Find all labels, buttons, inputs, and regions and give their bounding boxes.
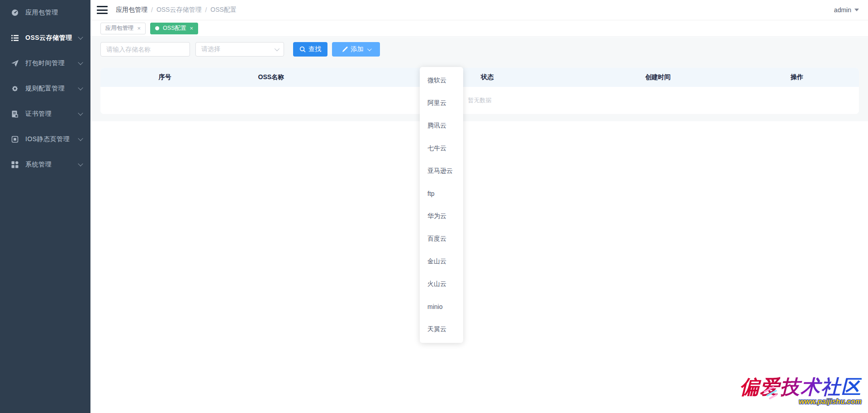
sidebar-item-oss-storage[interactable]: OSS云存储管理 (0, 25, 90, 51)
sidebar-item-label: 应用包管理 (25, 9, 82, 17)
app-root: 应用包管理 OSS云存储管理 打包时间管理 (0, 0, 868, 413)
top-navbar: 应用包管理 / OSS云存储管理 / OSS配置 admin (90, 0, 868, 20)
tab-app-package[interactable]: 应用包管理 × (100, 23, 146, 34)
sidebar-item-label: IOS静态页管理 (25, 135, 79, 143)
breadcrumb-item: OSS配置 (210, 6, 237, 14)
table-column-header: 创建时间 (525, 73, 791, 81)
table-column-header: 序号 (100, 73, 229, 81)
chevron-down-icon (78, 110, 83, 115)
dropdown-item[interactable]: ftp (420, 182, 463, 205)
chevron-down-icon (78, 136, 83, 141)
dropdown-item[interactable]: 华为云 (420, 205, 463, 228)
sidebar-item-label: 规则配置管理 (25, 85, 79, 93)
dropdown-item[interactable]: 微软云 (420, 69, 463, 92)
sidebar-item-certificate[interactable]: 证书管理 (0, 101, 90, 127)
dropdown-item[interactable]: minio (420, 295, 463, 318)
chevron-down-icon (275, 46, 280, 51)
list-icon (11, 34, 19, 42)
sidebar-item-pack-time[interactable]: 打包时间管理 (0, 51, 90, 76)
main-area: 应用包管理 / OSS云存储管理 / OSS配置 admin 应用包管理 × O… (90, 0, 868, 413)
add-dropdown-menu: 微软云阿里云腾讯云七牛云亚马逊云ftp华为云百度云金山云火山云minio天翼云 (420, 67, 463, 343)
sidebar-item-label: 系统管理 (25, 161, 79, 169)
user-menu[interactable]: admin (834, 6, 859, 14)
caret-down-icon (854, 9, 859, 11)
breadcrumb-separator: / (151, 6, 153, 14)
table-empty-row: 暂无数据 (100, 87, 859, 114)
table-column-header: OSS名称 (229, 73, 313, 81)
dropdown-item[interactable]: 阿里云 (420, 92, 463, 114)
dropdown-item[interactable]: 腾讯云 (420, 114, 463, 137)
add-button[interactable]: 添加 (332, 42, 380, 57)
tab-label: OSS配置 (163, 24, 186, 32)
gear-icon (11, 85, 19, 93)
breadcrumb: 应用包管理 / OSS云存储管理 / OSS配置 (116, 6, 237, 14)
table-header-row: 序号OSS名称状态创建时间操作 (100, 68, 859, 87)
sidebar-item-system[interactable]: 系统管理 (0, 152, 90, 177)
dropdown-item[interactable]: 火山云 (420, 273, 463, 295)
static-page-icon (11, 135, 19, 143)
storage-name-input[interactable] (100, 42, 190, 57)
search-toolbar: 请选择 查找 添加 (100, 42, 380, 57)
dropdown-item[interactable]: 亚马逊云 (420, 160, 463, 182)
hamburger-menu-icon[interactable] (97, 6, 108, 14)
paper-plane-icon (11, 59, 19, 67)
sidebar-item-label: 打包时间管理 (25, 59, 79, 67)
active-dot-icon (155, 26, 159, 30)
breadcrumb-separator: / (205, 6, 207, 14)
dropdown-item[interactable]: 百度云 (420, 228, 463, 250)
tag-tab-bar: 应用包管理 × OSS配置 × (90, 20, 868, 37)
breadcrumb-item[interactable]: 应用包管理 (116, 6, 147, 14)
close-icon[interactable]: × (190, 25, 194, 31)
empty-text: 暂无数据 (468, 96, 492, 104)
sidebar-item-rule-config[interactable]: 规则配置管理 (0, 76, 90, 101)
breadcrumb-item[interactable]: OSS云存储管理 (157, 6, 202, 14)
chevron-down-icon (78, 161, 83, 166)
table-column-header: 操作 (791, 73, 803, 81)
username-label: admin (834, 6, 851, 14)
sidebar-item-ios-static-page[interactable]: IOS静态页管理 (0, 127, 90, 152)
search-icon (299, 46, 306, 52)
pencil-icon (342, 46, 348, 52)
chevron-down-icon (78, 60, 83, 65)
chevron-down-icon (78, 85, 83, 90)
chevron-down-icon (78, 34, 83, 39)
type-select[interactable]: 请选择 (195, 42, 284, 57)
dashboard-icon (11, 9, 19, 17)
chevron-down-icon (367, 47, 371, 51)
tab-label: 应用包管理 (105, 24, 134, 32)
search-button[interactable]: 查找 (293, 42, 327, 57)
dropdown-item[interactable]: 天翼云 (420, 318, 463, 341)
tab-oss-config[interactable]: OSS配置 × (150, 23, 198, 34)
add-button-label: 添加 (351, 45, 364, 53)
certificate-icon (11, 110, 19, 118)
select-placeholder: 请选择 (201, 45, 220, 53)
sidebar-item-app-package[interactable]: 应用包管理 (0, 0, 90, 25)
dropdown-item[interactable]: 七牛云 (420, 137, 463, 160)
sidebar-item-label: 证书管理 (25, 110, 79, 118)
sidebar: 应用包管理 OSS云存储管理 打包时间管理 (0, 0, 90, 413)
sidebar-item-label: OSS云存储管理 (25, 34, 79, 42)
dropdown-item[interactable]: 金山云 (420, 250, 463, 273)
oss-table-card: 序号OSS名称状态创建时间操作 暂无数据 (100, 68, 859, 114)
close-icon[interactable]: × (138, 25, 141, 31)
search-button-label: 查找 (308, 45, 321, 53)
grid-icon (11, 161, 19, 169)
